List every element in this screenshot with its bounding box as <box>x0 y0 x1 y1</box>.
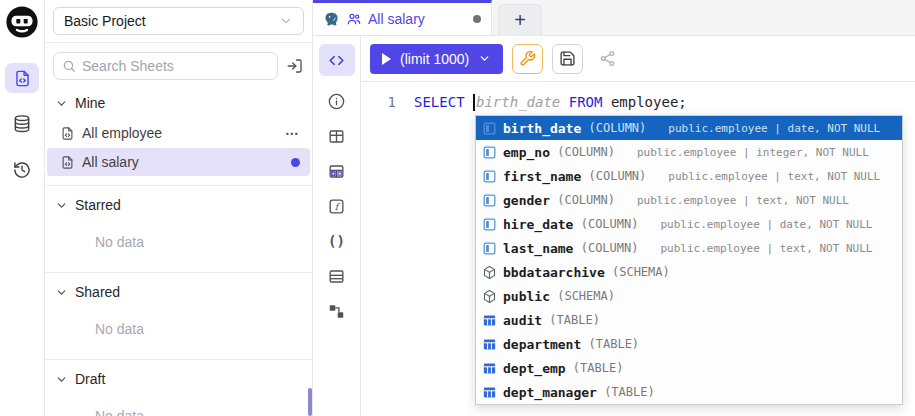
function-icon[interactable]: f <box>327 196 346 216</box>
file-code-icon <box>60 126 75 141</box>
schema-icon <box>482 289 497 304</box>
sql-keyword: SELECT <box>414 94 465 110</box>
autocomplete-item[interactable]: gender (COLUMN) public.employee | text, … <box>476 188 902 212</box>
tab-all-salary[interactable]: All salary <box>313 0 492 35</box>
sheet-search-box[interactable] <box>53 52 278 80</box>
chevron-down-icon[interactable] <box>478 52 491 65</box>
play-icon <box>382 53 391 65</box>
search-icon <box>62 59 76 73</box>
autocomplete-item[interactable]: department (TABLE) <box>476 332 902 356</box>
column-icon <box>482 217 497 232</box>
empty-state: No data <box>45 220 312 263</box>
empty-state: No data <box>45 307 312 350</box>
autocomplete-item[interactable]: birth_date (COLUMN) public.employee | da… <box>476 116 902 140</box>
run-query-button[interactable]: (limit 1000) <box>370 44 503 74</box>
code-area[interactable]: 1SELECT birth_date FROM employee; <box>362 82 915 113</box>
chevron-down-icon <box>55 286 68 299</box>
import-sheet-icon[interactable] <box>286 57 304 75</box>
schema-icon <box>482 265 497 280</box>
sheet-search-input[interactable] <box>82 58 269 74</box>
sql-keyword: FROM <box>569 94 603 110</box>
autocomplete-item[interactable]: dept_emp (TABLE) <box>476 356 902 380</box>
autocomplete-item[interactable]: hire_date (COLUMN) public.employee | dat… <box>476 212 902 236</box>
editor-tabbar: All salary + <box>313 0 915 36</box>
file-code-icon <box>60 155 75 170</box>
parentheses-icon[interactable]: () <box>328 231 345 251</box>
autocomplete-item[interactable]: bbdataarchive (SCHEMA) <box>476 260 902 284</box>
section-draft[interactable]: Draft <box>45 364 312 394</box>
code-icon <box>327 51 346 70</box>
autocomplete-item[interactable]: first_name (COLUMN) public.employee | te… <box>476 164 902 188</box>
divider <box>45 359 312 360</box>
rail-item-sheets[interactable] <box>5 63 39 93</box>
editor-side-strip: f () <box>313 36 361 416</box>
section-label: Mine <box>75 95 105 111</box>
sidebar-scrollbar-thumb[interactable] <box>308 388 312 416</box>
chevron-down-icon <box>279 14 293 28</box>
autocomplete-item[interactable]: emp_no (COLUMN) public.employee | intege… <box>476 140 902 164</box>
more-menu-icon[interactable]: ⋯ <box>285 125 300 141</box>
inline-suggestion-text: birth_date <box>476 94 560 110</box>
table-icon <box>482 361 497 376</box>
line-number: 1 <box>362 94 414 110</box>
section-label: Starred <box>75 197 121 213</box>
sheet-sidebar: Basic Project Mine <box>45 0 313 416</box>
sql-text: employee; <box>602 94 686 110</box>
group-icon <box>346 11 362 27</box>
project-selector-value: Basic Project <box>64 13 146 29</box>
table-icon <box>482 385 497 400</box>
code-panel-button[interactable] <box>319 44 355 76</box>
autocomplete-dropdown: birth_date (COLUMN) public.employee | da… <box>475 115 903 405</box>
save-icon <box>559 50 576 67</box>
database-icon <box>12 114 32 134</box>
autocomplete-item[interactable]: dept_manager (TABLE) <box>476 380 902 404</box>
autocomplete-item[interactable]: public (SCHEMA) <box>476 284 902 308</box>
column-icon <box>482 169 497 184</box>
tab-label: All salary <box>368 11 425 27</box>
section-shared[interactable]: Shared <box>45 277 312 307</box>
sidebar-header: Basic Project <box>45 0 312 43</box>
project-selector[interactable]: Basic Project <box>53 7 304 35</box>
code-line-1: 1SELECT birth_date FROM employee; <box>362 91 915 113</box>
section-label: Shared <box>75 284 120 300</box>
svg-text:f: f <box>335 201 341 211</box>
sheet-item-all-salary[interactable]: All salary <box>47 148 310 176</box>
wrench-icon <box>519 50 536 67</box>
sheet-item-all-employee[interactable]: All employee ⋯ <box>47 119 310 147</box>
colored-table-icon[interactable] <box>327 161 346 181</box>
column-icon <box>482 193 497 208</box>
section-mine[interactable]: Mine <box>45 88 312 118</box>
format-sql-button[interactable] <box>512 44 543 74</box>
active-sheet-dot <box>291 158 300 167</box>
column-icon <box>482 145 497 160</box>
sql-editor-pane: (limit 1000) <box>362 36 915 416</box>
sheet-item-label: All salary <box>82 154 139 170</box>
share-sheet-button[interactable] <box>592 44 623 74</box>
rail-item-history[interactable] <box>5 155 39 185</box>
table-icon <box>482 337 497 352</box>
table-icon <box>482 313 497 328</box>
unsaved-changes-dot <box>473 15 481 23</box>
run-button-label: (limit 1000) <box>400 51 469 67</box>
sheet-tree: Mine All employee ⋯ All salary Starred N… <box>45 84 312 416</box>
text-cursor <box>473 94 475 111</box>
save-sheet-button[interactable] <box>552 44 583 74</box>
bytebase-logo <box>5 5 39 39</box>
share-icon <box>599 50 616 67</box>
section-starred[interactable]: Starred <box>45 190 312 220</box>
table-panel-icon[interactable] <box>327 126 346 146</box>
chevron-down-icon <box>55 373 68 386</box>
info-icon[interactable] <box>327 91 346 111</box>
chevron-down-icon <box>55 97 68 110</box>
schema-diagram-icon[interactable] <box>327 301 346 321</box>
column-icon <box>482 241 497 256</box>
table-panel-icon-2[interactable] <box>327 266 346 286</box>
rail-item-databases[interactable] <box>5 109 39 139</box>
empty-state: No data <box>45 394 312 416</box>
autocomplete-item[interactable]: audit (TABLE) <box>476 308 902 332</box>
new-tab-button[interactable]: + <box>498 4 542 36</box>
postgres-icon <box>323 11 340 28</box>
sheet-item-label: All employee <box>82 125 162 141</box>
file-code-icon <box>13 69 32 88</box>
autocomplete-item[interactable]: last_name (COLUMN) public.employee | tex… <box>476 236 902 260</box>
